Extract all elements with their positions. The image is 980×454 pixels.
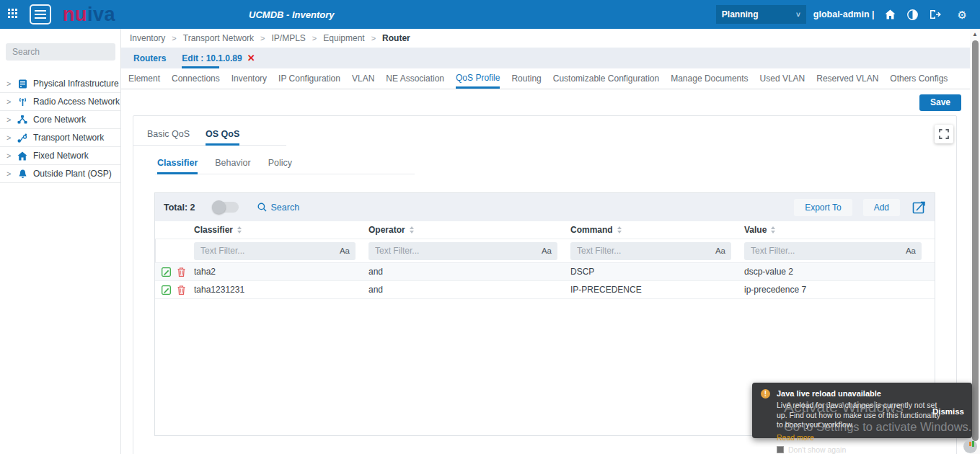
- tab-connections[interactable]: Connections: [172, 68, 220, 89]
- breadcrumb-current: Router: [382, 33, 410, 43]
- tab-ne-association[interactable]: NE Association: [386, 68, 444, 89]
- add-button[interactable]: Add: [863, 199, 900, 216]
- close-icon[interactable]: ✕: [247, 53, 255, 63]
- tab-others-configs[interactable]: Others Configs: [890, 68, 948, 89]
- checkbox-icon[interactable]: [777, 446, 784, 453]
- fullscreen-icon[interactable]: [935, 125, 953, 143]
- edit-icon[interactable]: [162, 267, 171, 277]
- tab-reserved-vlan[interactable]: Reserved VLAN: [816, 68, 878, 89]
- sidebar-item-label: Core Network: [33, 115, 86, 125]
- tab-ip-configuration[interactable]: IP Configuration: [278, 68, 340, 89]
- tab-used-vlan[interactable]: Used VLAN: [760, 68, 805, 89]
- logout-icon[interactable]: [930, 9, 941, 20]
- tab-vlan[interactable]: VLAN: [352, 68, 374, 89]
- toast-title: Java live reload unavailable: [777, 389, 963, 398]
- chevron-right-icon[interactable]: >: [6, 133, 15, 142]
- tray-status-icon[interactable]: [963, 440, 977, 453]
- command-filter-input[interactable]: [570, 246, 731, 256]
- column-header-classifier: Classifier: [194, 225, 368, 235]
- case-sensitive-toggle[interactable]: Aa: [715, 246, 725, 255]
- app-launcher-icon[interactable]: [8, 9, 19, 20]
- delete-icon[interactable]: [177, 285, 185, 295]
- tab-inventory[interactable]: Inventory: [231, 68, 267, 89]
- chevron-right-icon[interactable]: >: [6, 79, 15, 88]
- edit-router-tab[interactable]: Edit : 10.1.0.89 ✕: [182, 48, 255, 68]
- menu-toggle-button[interactable]: [30, 4, 51, 25]
- cell-value: dscp-value 2: [744, 267, 935, 277]
- column-header-operator: Operator: [368, 225, 570, 235]
- chevron-right-icon[interactable]: >: [6, 169, 15, 178]
- value-filter-input[interactable]: [744, 246, 922, 256]
- sidebar-search-input[interactable]: [6, 43, 115, 61]
- chevron-right-icon[interactable]: >: [6, 151, 15, 160]
- scroll-up-icon[interactable]: ▲: [970, 29, 980, 39]
- column-header-command: Command: [570, 225, 744, 235]
- tab-classifier[interactable]: Classifier: [157, 158, 198, 174]
- sidebar-item-outside-plant[interactable]: > Outside Plant (OSP): [0, 165, 120, 183]
- sidebar: > Physical Infrastructure > Radio Access…: [0, 29, 121, 454]
- sort-icon[interactable]: [410, 226, 414, 233]
- operator-filter-input[interactable]: [368, 246, 557, 256]
- sidebar-item-label: Outside Plant (OSP): [33, 169, 112, 179]
- read-more-link[interactable]: Read more: [777, 433, 814, 442]
- sort-icon[interactable]: [771, 226, 775, 233]
- java-reload-toast: ! Java live reload unavailable Live relo…: [752, 383, 972, 438]
- filter-toggle[interactable]: [213, 202, 239, 213]
- routers-list-tab[interactable]: Routers: [133, 53, 166, 63]
- edit-icon[interactable]: [162, 285, 171, 295]
- antenna-icon: [15, 97, 30, 107]
- transport-network-icon: [15, 133, 30, 143]
- gear-icon[interactable]: ⚙: [958, 9, 967, 20]
- tab-basic-qos[interactable]: Basic QoS: [147, 129, 190, 145]
- cell-operator: and: [368, 285, 570, 295]
- dont-show-again-checkbox[interactable]: Don't show again: [777, 445, 963, 454]
- expand-table-icon[interactable]: [912, 200, 926, 214]
- case-sensitive-toggle[interactable]: Aa: [340, 246, 350, 255]
- sort-icon[interactable]: [617, 226, 622, 233]
- tab-behavior[interactable]: Behavior: [215, 158, 250, 174]
- sidebar-item-core-network[interactable]: > Core Network: [0, 111, 120, 129]
- scrollbar-thumb[interactable]: [972, 40, 979, 441]
- table-row[interactable]: taha1231231 and IP-PRECEDENCE ip-precede…: [155, 281, 935, 299]
- app-window: nuiva UCMDB - Inventory Planning ˅ globa…: [0, 0, 980, 454]
- breadcrumb-item[interactable]: Inventory: [130, 33, 177, 43]
- sidebar-item-transport-network[interactable]: > Transport Network: [0, 129, 120, 147]
- tab-customizable-configuration[interactable]: Customizable Configuration: [553, 68, 659, 89]
- save-button[interactable]: Save: [919, 94, 961, 111]
- sort-icon[interactable]: [237, 226, 242, 233]
- total-count-label: Total: 2: [164, 202, 195, 213]
- table-header-row: Classifier Operator Command Value: [155, 221, 935, 239]
- classifier-filter: Aa: [194, 242, 356, 260]
- breadcrumb-item[interactable]: Transport Network: [183, 33, 265, 43]
- tab-routing[interactable]: Routing: [511, 68, 541, 89]
- table-search-button[interactable]: Search: [257, 202, 300, 213]
- core-network-icon: [15, 115, 30, 124]
- contrast-icon[interactable]: [907, 9, 919, 20]
- qos-mode-tabs: Basic QoS OS QoS: [133, 129, 286, 146]
- action-row: Save: [121, 89, 970, 115]
- breadcrumb-item[interactable]: IP/MPLS: [271, 33, 317, 43]
- tab-policy[interactable]: Policy: [268, 158, 292, 174]
- case-sensitive-toggle[interactable]: Aa: [906, 246, 916, 255]
- chevron-right-icon[interactable]: >: [6, 115, 15, 124]
- case-sensitive-toggle[interactable]: Aa: [542, 246, 552, 255]
- table-row[interactable]: taha2 and DSCP dscp-value 2: [155, 263, 935, 281]
- tab-qos-profile[interactable]: QoS Profile: [456, 68, 500, 89]
- delete-icon[interactable]: [177, 267, 185, 277]
- chevron-right-icon[interactable]: >: [6, 97, 15, 106]
- home-icon[interactable]: [885, 9, 896, 20]
- toggle-knob: [212, 200, 226, 214]
- operator-filter: Aa: [368, 242, 557, 260]
- export-to-button[interactable]: Export To: [794, 199, 852, 216]
- tab-os-qos[interactable]: OS QoS: [206, 129, 239, 146]
- sidebar-item-radio-access-network[interactable]: > Radio Access Network: [0, 93, 120, 111]
- classifier-filter-input[interactable]: [194, 246, 356, 256]
- sidebar-item-physical-infrastructure[interactable]: > Physical Infrastructure: [0, 75, 120, 93]
- tab-manage-documents[interactable]: Manage Documents: [671, 68, 748, 89]
- breadcrumb-item[interactable]: Equipment: [323, 33, 376, 43]
- mode-select[interactable]: Planning ˅: [716, 5, 806, 24]
- value-filter: Aa: [744, 242, 922, 260]
- sidebar-item-fixed-network[interactable]: > Fixed Network: [0, 147, 120, 165]
- dismiss-button[interactable]: Dismiss: [932, 407, 964, 416]
- tab-element[interactable]: Element: [128, 68, 160, 89]
